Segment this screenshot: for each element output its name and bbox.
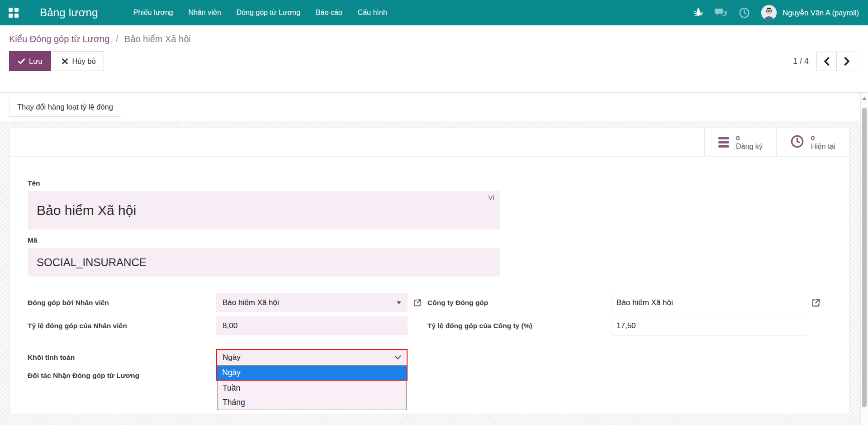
name-input[interactable]: Bảo hiểm Xã hội VI [28, 191, 500, 229]
option-week[interactable]: Tuần [218, 381, 406, 395]
computation-label: Khối tính toán [28, 349, 216, 366]
main-menu: Phiếu lương Nhân viên Đóng góp từ Lương … [133, 9, 387, 17]
save-button-label: Lưu [29, 57, 42, 66]
option-day[interactable]: Ngày [217, 365, 407, 380]
contribution-fields-grid: Đóng góp bởi Nhân viên Bảo hiểm Xã hội C… [28, 293, 831, 335]
menu-item-employees[interactable]: Nhân viên [188, 9, 221, 17]
messages-icon[interactable] [715, 7, 727, 18]
breadcrumb-separator: / [116, 34, 119, 44]
check-icon [18, 58, 25, 64]
caret-down-icon [397, 301, 401, 304]
form-sheet: 0 Đăng ký 0 Hiện tại [9, 128, 849, 414]
app-title[interactable]: Bảng lương [40, 6, 98, 19]
employee-contribution-value: Bảo hiểm Xã hội [223, 298, 279, 307]
pager-previous-button[interactable] [816, 52, 837, 71]
employee-rate-label-cell: Tỷ lệ đóng góp của Nhân viên [28, 316, 216, 335]
external-link-icon [811, 298, 821, 308]
partner-label: Đối tác Nhận Đóng góp từ Lương [28, 372, 216, 380]
computation-select-area: Ngày Ngày Tuần Tháng [216, 349, 408, 410]
scrollbar-up-icon[interactable] [862, 97, 867, 100]
mass-update-rates-button[interactable]: Thay đổi hàng loạt tỷ lệ đóng [9, 98, 121, 117]
company-contribution-label-cell: Công ty Đóng góp [427, 293, 612, 312]
sheet-body: Tên Bảo hiểm Xã hội VI Mã SOCIAL_INSURAN… [9, 179, 849, 410]
user-name[interactable]: Nguyễn Văn A (payroll) [783, 9, 859, 17]
navbar-right: Nguyễn Văn A (payroll) [693, 5, 868, 20]
apps-grid-icon[interactable] [0, 0, 27, 25]
name-field-label: Tên [28, 179, 831, 187]
employee-contribution-select[interactable]: Bảo hiểm Xã hội [216, 293, 408, 312]
company-contribution-value: Bảo hiểm Xã hội [617, 298, 673, 307]
discard-button-label: Hủy bỏ [72, 57, 95, 66]
discard-button[interactable]: Hủy bỏ [54, 51, 104, 71]
company-contribution-label: Công ty Đóng góp [427, 299, 488, 307]
menu-item-payslips[interactable]: Phiếu lương [133, 9, 173, 17]
chevron-left-icon [824, 57, 830, 66]
user-avatar[interactable] [761, 5, 777, 20]
company-contribution-open-record[interactable] [806, 298, 826, 308]
employee-rate-label: Tỷ lệ đóng góp của Nhân viên [28, 322, 127, 330]
company-contribution-select[interactable]: Bảo hiểm Xã hội [612, 293, 806, 312]
bug-icon[interactable] [693, 8, 703, 18]
computation-labels-column: Khối tính toán Đối tác Nhận Đóng góp từ … [28, 349, 216, 410]
computation-select[interactable]: Ngày [217, 350, 407, 365]
pager-counter: 1 / 4 [793, 57, 809, 66]
stat-button-current[interactable]: 0 Hiện tại [776, 128, 849, 156]
current-count: 0 [811, 134, 835, 142]
company-rate-label-cell: Tỷ lệ đóng góp của Công ty (%) [427, 316, 612, 335]
close-icon [62, 58, 68, 64]
company-rate-input[interactable]: 17,50 [612, 316, 806, 335]
clock-icon [790, 134, 804, 150]
stat-button-box: 0 Đăng ký 0 Hiện tại [9, 128, 849, 157]
employee-contribution-label: Đóng góp bởi Nhân viên [28, 299, 109, 307]
form-statusbar: Thay đổi hàng loạt tỷ lệ đóng [0, 93, 868, 121]
computation-options-list: Tuần Tháng [217, 381, 407, 410]
control-panel-buttons-row: Lưu Hủy bỏ 1 / 4 [9, 51, 857, 71]
code-field-label: Mã [28, 236, 831, 244]
breadcrumb-parent-link[interactable]: Kiểu Đóng góp từ Lương [9, 34, 109, 44]
stat-button-registrations[interactable]: 0 Đăng ký [704, 128, 776, 156]
current-label: Hiện tại [811, 142, 835, 151]
chevron-right-icon [844, 57, 850, 66]
pager-next-button[interactable] [837, 52, 857, 71]
employee-contribution-label-cell: Đóng góp bởi Nhân viên [28, 293, 216, 312]
top-navbar: Bảng lương Phiếu lương Nhân viên Đóng gó… [0, 0, 868, 25]
external-link-icon [413, 298, 422, 307]
apps-grid-icon-glyph [9, 8, 19, 18]
menu-item-reports[interactable]: Báo cáo [316, 9, 342, 17]
breadcrumb: Kiểu Đóng góp từ Lương / Bảo hiểm Xã hội [9, 33, 857, 45]
employee-contribution-open-record[interactable] [408, 298, 427, 307]
name-value: Bảo hiểm Xã hội [37, 203, 136, 218]
control-panel: Kiểu Đóng góp từ Lương / Bảo hiểm Xã hội… [0, 25, 868, 93]
activities-clock-icon[interactable] [739, 7, 750, 19]
record-pager: 1 / 4 [793, 52, 857, 71]
registrations-label: Đăng ký [736, 142, 763, 151]
code-input[interactable]: SOCIAL_INSURANCE [28, 248, 500, 277]
save-button[interactable]: Lưu [9, 51, 51, 71]
employee-rate-input[interactable]: 8,00 [216, 316, 408, 335]
language-badge[interactable]: VI [489, 194, 494, 201]
computation-row: Khối tính toán Đối tác Nhận Đóng góp từ … [28, 349, 831, 410]
list-icon [718, 137, 729, 148]
vertical-scrollbar[interactable] [860, 93, 868, 425]
computation-select-alert-border: Ngày Ngày [216, 349, 408, 381]
breadcrumb-current: Bảo hiểm Xã hội [124, 34, 191, 44]
payroll-app-window: Bảng lương Phiếu lương Nhân viên Đóng gó… [0, 0, 868, 425]
content-area: 0 Đăng ký 0 Hiện tại [0, 121, 860, 425]
menu-item-salary-contributions[interactable]: Đóng góp từ Lương [237, 9, 300, 17]
registrations-count: 0 [736, 134, 763, 142]
company-rate-value: 17,50 [617, 321, 636, 330]
computation-selected-value: Ngày [223, 353, 241, 362]
company-rate-label: Tỷ lệ đóng góp của Công ty (%) [427, 322, 532, 330]
option-month[interactable]: Tháng [218, 395, 406, 410]
menu-item-configuration[interactable]: Cấu hình [358, 9, 387, 17]
select-chevron-icon [394, 353, 401, 362]
employee-rate-value: 8,00 [223, 321, 237, 330]
code-value: SOCIAL_INSURANCE [37, 256, 147, 269]
scrollbar-thumb[interactable] [862, 108, 867, 407]
